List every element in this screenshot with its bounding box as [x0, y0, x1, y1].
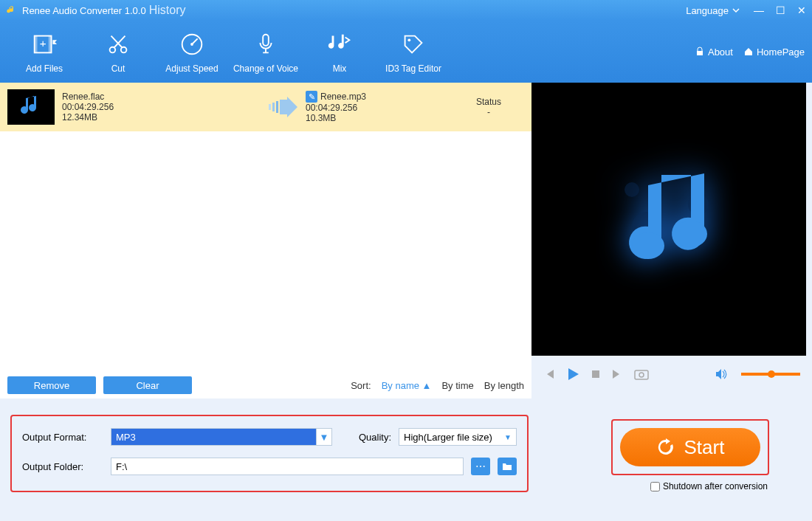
status-column: Status - [446, 97, 531, 117]
home-icon [743, 46, 754, 57]
browse-button[interactable]: ⋯ [471, 458, 490, 475]
file-row[interactable]: Renee.flac 00:04:29.256 12.34MB ✎ Renee.… [0, 83, 531, 131]
maximize-button[interactable]: ☐ [776, 4, 785, 16]
music-note-icon [16, 94, 46, 120]
volume-slider[interactable] [741, 373, 800, 376]
start-button[interactable]: Start [620, 428, 760, 466]
svg-rect-19 [592, 370, 599, 378]
dest-duration: 00:04:29.256 [306, 103, 446, 113]
status-value: - [446, 107, 531, 117]
mix-icon [326, 30, 354, 58]
svg-rect-1 [35, 36, 38, 53]
quality-label: Quality: [359, 432, 391, 443]
edit-icon[interactable]: ✎ [306, 91, 317, 103]
source-size: 12.34MB [62, 112, 261, 123]
toolbar-label: Add Files [26, 63, 63, 74]
svg-point-18 [675, 221, 707, 247]
file-pane: Renee.flac 00:04:29.256 12.34MB ✎ Renee.… [0, 83, 531, 398]
shutdown-checkbox-input[interactable] [650, 482, 660, 491]
app-logo-icon [6, 4, 18, 16]
tag-icon [399, 30, 427, 58]
source-info: Renee.flac 00:04:29.256 12.34MB [62, 92, 261, 123]
adjust-speed-button[interactable]: Adjust Speed [155, 30, 229, 74]
chevron-down-icon [732, 6, 740, 15]
svg-text:+: + [40, 37, 47, 49]
chevron-down-icon: ▼ [504, 433, 512, 441]
toolbar-label: Cut [111, 63, 125, 74]
scissors-icon [104, 30, 132, 58]
svg-rect-10 [697, 51, 703, 55]
sort-by-name[interactable]: By name ▲ [382, 380, 432, 391]
mix-button[interactable]: Mix [303, 30, 376, 74]
microphone-icon [252, 30, 280, 58]
arrow-icon [261, 97, 306, 117]
homepage-link[interactable]: HomePage [743, 46, 805, 58]
minimize-button[interactable]: — [754, 4, 764, 16]
svg-rect-2 [49, 36, 52, 53]
remove-button[interactable]: Remove [7, 376, 96, 394]
toolbar-label: Adjust Speed [165, 63, 218, 74]
start-box: Start [611, 419, 769, 475]
svg-rect-8 [263, 35, 269, 46]
source-name: Renee.flac [62, 92, 261, 102]
file-list: Renee.flac 00:04:29.256 12.34MB ✎ Renee.… [0, 83, 531, 372]
next-button[interactable] [611, 368, 623, 380]
toolbar: + Add Files Cut Adjust Speed Change of V… [0, 21, 812, 83]
change-voice-button[interactable]: Change of Voice [229, 30, 303, 74]
preview-pane [531, 83, 812, 398]
svg-rect-20 [635, 370, 648, 379]
sort-by-time[interactable]: By time [441, 380, 473, 391]
folder-icon [502, 462, 512, 471]
list-bottom-bar: Remove Clear Sort: By name ▲ By time By … [0, 372, 531, 398]
play-button[interactable] [565, 367, 580, 382]
quality-dropdown[interactable]: High(Larger file size) ▼ [399, 428, 517, 446]
app-title: Renee Audio Converter 1.0.0 [22, 5, 146, 16]
status-header: Status [446, 97, 531, 107]
dest-name: Renee.mp3 [320, 92, 366, 102]
stop-button[interactable] [591, 369, 601, 379]
history-link[interactable]: History [149, 4, 186, 17]
svg-point-17 [632, 232, 664, 259]
close-button[interactable]: ✕ [797, 4, 806, 16]
titlebar: Renee Audio Converter 1.0.0 History Lang… [0, 0, 812, 21]
output-folder-input[interactable] [111, 458, 464, 475]
volume-icon[interactable] [715, 368, 728, 380]
svg-rect-12 [272, 103, 275, 111]
film-add-icon: + [30, 30, 58, 58]
music-note-icon [595, 145, 743, 293]
svg-point-21 [639, 373, 644, 377]
language-label: Language [686, 5, 729, 16]
sort-by-length[interactable]: By length [484, 380, 524, 391]
add-files-button[interactable]: + Add Files [7, 30, 81, 74]
toolbar-label: ID3 Tag Editor [385, 63, 441, 74]
chevron-down-icon: ▼ [316, 428, 332, 446]
language-dropdown[interactable]: Language [686, 5, 740, 16]
output-format-label: Output Format: [22, 432, 103, 443]
open-folder-button[interactable] [498, 458, 517, 475]
main-area: Renee.flac 00:04:29.256 12.34MB ✎ Renee.… [0, 83, 812, 398]
output-format-dropdown[interactable]: MP3 ▼ [111, 428, 332, 446]
file-thumbnail [7, 89, 55, 125]
bottom-panel: Output Format: MP3 ▼ Quality: High(Large… [0, 398, 812, 521]
svg-point-16 [625, 182, 639, 197]
output-settings: Output Format: MP3 ▼ Quality: High(Large… [10, 415, 529, 492]
about-link[interactable]: About [695, 46, 733, 58]
dest-size: 10.3MB [306, 113, 446, 123]
svg-rect-13 [276, 101, 278, 113]
toolbar-label: Change of Voice [233, 63, 298, 74]
svg-rect-11 [269, 104, 271, 110]
toolbar-label: Mix [333, 63, 347, 74]
preview-controls [531, 356, 812, 393]
shutdown-checkbox[interactable]: Shutdown after conversion [650, 481, 768, 491]
clear-button[interactable]: Clear [103, 376, 192, 394]
svg-point-9 [407, 38, 410, 41]
prev-button[interactable] [543, 368, 555, 380]
snapshot-button[interactable] [633, 368, 650, 381]
id3-tag-editor-button[interactable]: ID3 Tag Editor [376, 30, 450, 74]
svg-point-7 [190, 43, 193, 46]
cut-button[interactable]: Cut [81, 30, 155, 74]
source-duration: 00:04:29.256 [62, 102, 261, 112]
speedometer-icon [178, 30, 206, 58]
shutdown-label: Shutdown after conversion [663, 481, 768, 491]
preview-screen [531, 83, 806, 356]
